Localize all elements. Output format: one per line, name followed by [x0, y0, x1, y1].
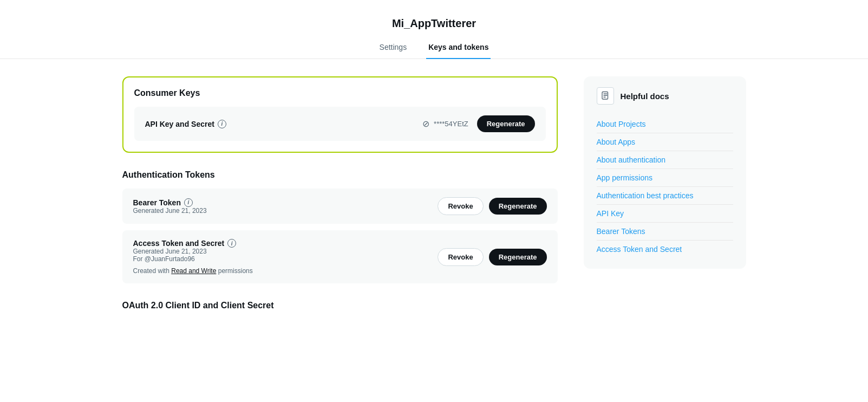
- access-token-label-group: Access Token and Secret i: [133, 239, 253, 248]
- access-token-user: For @JuanFurtado96: [133, 255, 253, 263]
- api-key-info-icon[interactable]: i: [218, 120, 226, 128]
- docs-title: Helpful docs: [621, 92, 669, 101]
- bearer-token-revoke-button[interactable]: Revoke: [438, 197, 483, 215]
- docs-link-access-token-secret[interactable]: Access Token and Secret: [597, 241, 733, 258]
- consumer-keys-section: Consumer Keys API Key and Secret i ⊘ ***…: [122, 76, 558, 153]
- api-key-masked-value: ****54YEtZ: [434, 120, 468, 128]
- api-key-info: ⊘ ****54YEtZ Regenerate: [422, 115, 534, 132]
- oauth-section-title: OAuth 2.0 Client ID and Client Secret: [122, 301, 558, 310]
- docs-header: Helpful docs: [597, 87, 733, 105]
- helpful-docs-card: Helpful docs About Projects About Apps A…: [584, 76, 746, 269]
- permissions-link[interactable]: Read and Write: [171, 267, 216, 275]
- api-key-label-group: API Key and Secret i: [145, 120, 226, 128]
- permissions-prefix-text: Created with: [133, 267, 169, 275]
- docs-link-about-apps[interactable]: About Apps: [597, 133, 733, 151]
- docs-icon: [597, 87, 614, 105]
- authentication-tokens-section: Authentication Tokens Bearer Token i Gen…: [122, 170, 558, 283]
- bearer-token-label-text: Bearer Token: [133, 198, 181, 207]
- access-token-actions: Revoke Regenerate: [438, 248, 546, 266]
- docs-link-about-authentication[interactable]: About authentication: [597, 151, 733, 169]
- docs-link-bearer-tokens[interactable]: Bearer Tokens: [597, 223, 733, 241]
- app-title: Mi_AppTwitterer: [0, 17, 868, 30]
- bearer-token-actions: Revoke Regenerate: [438, 197, 546, 215]
- bearer-token-info: Bearer Token i Generated June 21, 2023: [133, 198, 207, 215]
- api-key-masked-group: ⊘ ****54YEtZ: [422, 119, 468, 129]
- api-key-row: API Key and Secret i ⊘ ****54YEtZ Regene…: [134, 107, 546, 141]
- access-token-revoke-button[interactable]: Revoke: [438, 248, 483, 266]
- bearer-token-row: Bearer Token i Generated June 21, 2023 R…: [122, 189, 558, 224]
- docs-link-auth-best-practices[interactable]: Authentication best practices: [597, 187, 733, 205]
- auth-tokens-title: Authentication Tokens: [122, 170, 558, 180]
- api-key-regenerate-button[interactable]: Regenerate: [477, 115, 535, 132]
- tab-bar: Settings Keys and tokens: [0, 36, 868, 59]
- bearer-token-regenerate-button[interactable]: Regenerate: [489, 198, 547, 215]
- bearer-token-label-group: Bearer Token i: [133, 198, 207, 207]
- bearer-token-info-icon[interactable]: i: [184, 198, 193, 207]
- left-panel: Consumer Keys API Key and Secret i ⊘ ***…: [122, 76, 558, 310]
- bearer-token-date: Generated June 21, 2023: [133, 207, 207, 215]
- tab-settings[interactable]: Settings: [377, 36, 409, 59]
- docs-link-api-key[interactable]: API Key: [597, 205, 733, 223]
- tab-keys-tokens[interactable]: Keys and tokens: [426, 36, 491, 59]
- right-panel: Helpful docs About Projects About Apps A…: [584, 76, 746, 310]
- access-token-regenerate-button[interactable]: Regenerate: [489, 249, 547, 265]
- access-token-info: Access Token and Secret i Generated June…: [133, 239, 253, 275]
- permissions-suffix-text: permissions: [218, 267, 253, 275]
- access-token-row: Access Token and Secret i Generated June…: [122, 230, 558, 283]
- access-token-permissions: Created with Read and Write permissions: [133, 267, 253, 275]
- access-token-date: Generated June 21, 2023: [133, 248, 253, 255]
- eye-icon[interactable]: ⊘: [422, 119, 429, 129]
- api-key-label-text: API Key and Secret: [145, 120, 214, 128]
- access-token-label-text: Access Token and Secret: [133, 239, 225, 248]
- docs-link-about-projects[interactable]: About Projects: [597, 115, 733, 133]
- docs-link-app-permissions[interactable]: App permissions: [597, 169, 733, 187]
- access-token-info-icon[interactable]: i: [227, 239, 236, 248]
- consumer-keys-title: Consumer Keys: [134, 88, 546, 98]
